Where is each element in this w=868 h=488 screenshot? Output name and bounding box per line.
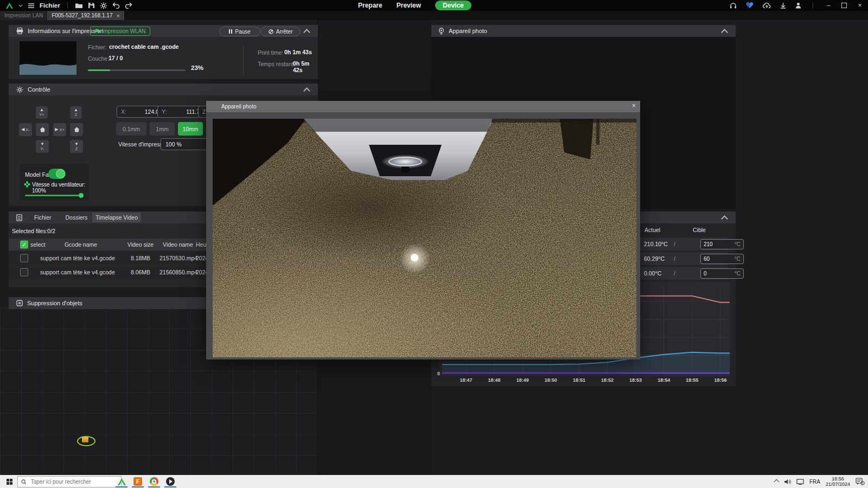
tab-dossiers[interactable]: Dossiers bbox=[66, 214, 88, 221]
wifi-printer-icon bbox=[94, 29, 100, 34]
modal-title-bar[interactable]: Appareil photo × bbox=[206, 101, 640, 112]
model-fan-toggle[interactable] bbox=[48, 169, 66, 179]
separator: / bbox=[674, 255, 675, 262]
target-temp-input[interactable]: 0°C bbox=[700, 268, 744, 279]
jog-x-minus-button[interactable]: ◀X- bbox=[19, 123, 32, 136]
row-checkbox[interactable] bbox=[20, 254, 28, 262]
row-video-size: 8.06MB bbox=[122, 269, 159, 275]
modal-title: Appareil photo bbox=[221, 104, 257, 110]
hamburger-menu-icon[interactable] bbox=[28, 3, 35, 8]
x-tick-label: 18:55 bbox=[686, 377, 698, 383]
tab-prepare[interactable]: Prepare bbox=[358, 2, 382, 9]
minimize-button[interactable]: – bbox=[825, 2, 832, 9]
select-all-checkbox[interactable]: ✓ bbox=[20, 241, 28, 249]
taskbar-clock[interactable]: 18:56 21/07/2024 bbox=[826, 476, 850, 487]
control-gear-icon bbox=[16, 86, 23, 93]
jog-y-minus-button[interactable]: ▼Y- bbox=[36, 140, 49, 153]
remaining-time-label: Temps restant: bbox=[258, 61, 295, 67]
target-temp-input[interactable]: 210°C bbox=[700, 239, 744, 249]
pause-button[interactable]: Pause bbox=[219, 27, 260, 36]
restore-button[interactable] bbox=[841, 3, 847, 8]
printed-object[interactable] bbox=[82, 437, 88, 442]
progress-percent: 23% bbox=[191, 65, 203, 71]
download-icon[interactable] bbox=[780, 2, 786, 9]
file-label: Fichier: bbox=[88, 44, 106, 50]
collapse-chevron-icon[interactable] bbox=[303, 29, 310, 36]
windows-taskbar: F FRA 18:56 21/07/2024 7 bbox=[0, 475, 868, 488]
taskbar-media-player-icon[interactable] bbox=[165, 477, 175, 486]
language-indicator[interactable]: FRA bbox=[809, 479, 820, 485]
chevron-down-icon[interactable] bbox=[18, 4, 23, 7]
stop-button[interactable]: Arrêter bbox=[260, 27, 301, 36]
camera-live-view bbox=[213, 119, 636, 357]
tab-device[interactable]: Device bbox=[435, 1, 471, 10]
hidden-icons-chevron[interactable] bbox=[774, 479, 780, 484]
x-tick-label: 18:54 bbox=[658, 377, 670, 383]
camera-modal: Appareil photo × bbox=[206, 101, 640, 359]
active-app-indicator bbox=[116, 486, 127, 487]
step-10mm-button[interactable]: 10mm bbox=[178, 122, 203, 136]
tab-fichier[interactable]: Fichier bbox=[34, 214, 52, 221]
home-z-button[interactable] bbox=[70, 123, 83, 136]
app-window: Fichier Prepare Preview Device – × Impre bbox=[0, 0, 868, 488]
step-0.1mm-button[interactable]: 0.1mm bbox=[116, 122, 146, 136]
taskbar-flash-icon[interactable]: F bbox=[133, 477, 143, 486]
fan-icon bbox=[24, 181, 30, 188]
x-tick-label: 18:49 bbox=[516, 377, 529, 383]
modal-close-icon[interactable]: × bbox=[632, 102, 636, 110]
x-position-input[interactable]: X:124.0 bbox=[117, 106, 163, 118]
row-gcode-name: support cam tète ke v4.gcode bbox=[40, 255, 115, 261]
time: 18:56 bbox=[832, 476, 844, 481]
target-temp-input[interactable]: 60°C bbox=[700, 254, 744, 264]
separator: / bbox=[674, 270, 675, 277]
network-icon[interactable] bbox=[796, 479, 804, 485]
notification-icon[interactable]: 7 bbox=[856, 478, 865, 485]
row-checkbox[interactable] bbox=[20, 268, 28, 277]
membership-heart-icon[interactable] bbox=[746, 2, 754, 9]
row-video-name: 21560850.mp4 bbox=[159, 269, 196, 275]
x-tick-label: 18:52 bbox=[601, 377, 614, 383]
y-position-input[interactable]: Y:111.7 bbox=[157, 106, 204, 118]
settings-gear-icon[interactable] bbox=[100, 2, 107, 9]
save-icon[interactable] bbox=[88, 2, 95, 9]
stop-icon bbox=[269, 29, 273, 34]
home-xy-button[interactable] bbox=[36, 123, 49, 136]
tab-preview[interactable]: Preview bbox=[397, 2, 421, 9]
taskbar-chrome-icon[interactable] bbox=[149, 477, 159, 486]
divider bbox=[243, 47, 244, 75]
taskbar-search[interactable] bbox=[17, 476, 122, 487]
collapse-chevron-icon[interactable] bbox=[721, 29, 728, 36]
close-button[interactable]: × bbox=[856, 2, 864, 9]
user-account-icon[interactable] bbox=[795, 2, 801, 9]
step-1mm-button[interactable]: 1mm bbox=[150, 122, 175, 136]
col-video-size: Video size bbox=[122, 241, 159, 248]
search-icon bbox=[21, 479, 27, 485]
jog-y-plus-button[interactable]: ▲Y+ bbox=[36, 106, 48, 119]
collapse-chevron-icon[interactable] bbox=[303, 87, 310, 94]
tab-close-icon[interactable]: × bbox=[116, 12, 119, 19]
print-time-label: Print time: bbox=[258, 49, 283, 56]
taskbar-ankermake-icon[interactable] bbox=[117, 477, 126, 486]
cloud-upload-icon[interactable] bbox=[763, 2, 771, 9]
y-axis-zero-label: 0 bbox=[437, 371, 440, 376]
collapse-chevron-icon[interactable] bbox=[721, 215, 728, 222]
support-headset-icon[interactable] bbox=[730, 2, 737, 9]
fan-speed-slider[interactable] bbox=[25, 195, 82, 196]
redo-icon[interactable] bbox=[125, 2, 132, 9]
jog-z-down-button[interactable]: ▼Z bbox=[70, 140, 83, 153]
undo-icon[interactable] bbox=[112, 2, 120, 9]
col-target: Cible bbox=[693, 227, 706, 233]
file-menu[interactable]: Fichier bbox=[40, 2, 60, 9]
windows-start-button[interactable] bbox=[7, 479, 12, 485]
open-folder-icon[interactable] bbox=[75, 2, 83, 9]
jog-x-plus-button[interactable]: ▶X+ bbox=[53, 123, 66, 136]
document-icon bbox=[16, 214, 22, 221]
jog-z-up-button[interactable]: ▲Z bbox=[70, 106, 82, 119]
speaker-icon[interactable] bbox=[784, 479, 791, 485]
tab-timelapse-video[interactable]: Timelapse Video bbox=[92, 213, 141, 222]
tab-impression-lan[interactable]: Impression LAN bbox=[0, 11, 47, 20]
search-input[interactable] bbox=[30, 478, 108, 485]
tab-device-connection[interactable]: F005-5327_192.168.1.17 × bbox=[47, 11, 124, 20]
active-app-indicator bbox=[132, 486, 144, 487]
slider-knob[interactable] bbox=[79, 193, 84, 198]
